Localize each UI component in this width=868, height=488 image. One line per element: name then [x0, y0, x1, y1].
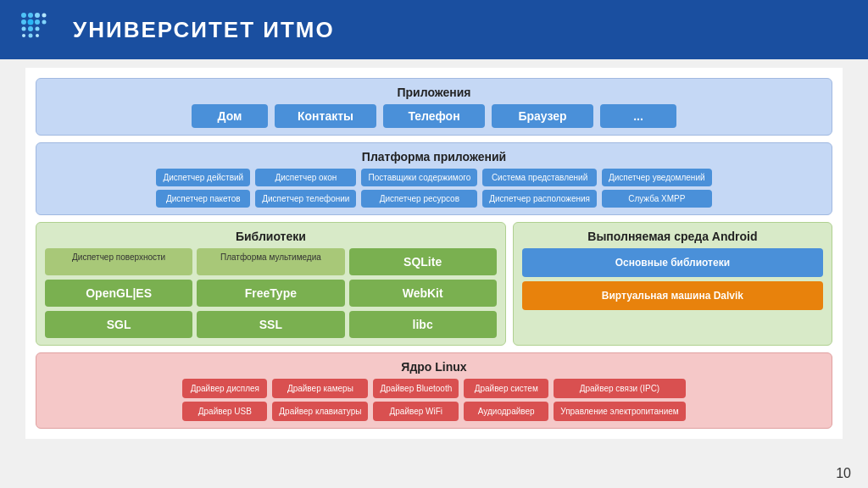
- kernel-system-driver[interactable]: Драйвер систем: [464, 379, 548, 398]
- libraries-grid: Диспетчер поверхности Платформа мультиме…: [45, 248, 497, 338]
- platform-col-2: Поставщики содержимого Диспетчер ресурсо…: [361, 169, 477, 208]
- header-title: УНИВЕРСИТЕТ ИТМО: [73, 17, 335, 43]
- platform-providers[interactable]: Поставщики содержимого: [361, 169, 477, 186]
- platform-resources[interactable]: Диспетчер ресурсов: [361, 190, 477, 208]
- lib-libc[interactable]: libc: [349, 311, 497, 338]
- svg-point-12: [29, 34, 33, 38]
- kernel-usb-driver[interactable]: Драйвер USB: [182, 402, 267, 421]
- kernel-col-1: Драйвер камеры Драйвер клавиатуры: [272, 379, 368, 421]
- android-section-title: Выполняемая среда Android: [522, 230, 823, 243]
- kernel-col-2: Драйвер Bluetooth Драйвер WiFi: [373, 379, 459, 421]
- apps-section-title: Приложения: [45, 86, 823, 99]
- lib-ssl[interactable]: SSL: [197, 311, 344, 338]
- platform-section: Платформа приложений Диспетчер действий …: [36, 142, 832, 215]
- kernel-camera-driver[interactable]: Драйвер камеры: [272, 379, 368, 398]
- app-contacts[interactable]: Контакты: [275, 104, 376, 128]
- page-number: 10: [836, 466, 851, 481]
- itmo-logo-icon: [17, 8, 59, 51]
- svg-point-8: [22, 27, 26, 31]
- kernel-section: Ядро Linux Драйвер дисплея Драйвер USB Д…: [36, 352, 832, 429]
- svg-point-4: [21, 19, 26, 25]
- kernel-keyboard-driver[interactable]: Драйвер клавиатуры: [272, 402, 368, 421]
- svg-point-6: [35, 19, 40, 25]
- platform-grid: Диспетчер действий Диспетчер пакетов Дис…: [45, 169, 823, 208]
- kernel-grid: Драйвер дисплея Драйвер USB Драйвер каме…: [45, 379, 823, 421]
- svg-point-5: [28, 19, 34, 25]
- libraries-title: Библиотеки: [45, 230, 497, 243]
- app-browser[interactable]: Браузер: [492, 104, 593, 128]
- svg-point-11: [22, 34, 25, 37]
- svg-point-3: [42, 14, 47, 18]
- apps-section: Приложения Дом Контакты Телефон Браузер …: [36, 78, 832, 136]
- android-core-libs[interactable]: Основные библиотеки: [522, 248, 823, 277]
- kernel-display-driver[interactable]: Драйвер дисплея: [182, 379, 267, 398]
- lib-webkit[interactable]: WebKit: [349, 280, 497, 307]
- app-more[interactable]: ...: [600, 104, 676, 128]
- lib-opengl[interactable]: OpenGL|ES: [45, 280, 192, 307]
- platform-col-3: Система представлений Диспетчер располож…: [482, 169, 597, 208]
- svg-point-10: [36, 27, 40, 31]
- svg-point-9: [28, 26, 33, 31]
- android-dalvik-vm[interactable]: Виртуальная машина Dalvik: [522, 281, 823, 310]
- kernel-bluetooth-driver[interactable]: Драйвер Bluetooth: [373, 379, 459, 398]
- kernel-col-0: Драйвер дисплея Драйвер USB: [182, 379, 267, 421]
- lib-freetype[interactable]: FreeType: [197, 280, 344, 307]
- platform-col-0: Диспетчер действий Диспетчер пакетов: [156, 169, 250, 208]
- android-section: Выполняемая среда Android Основные библи…: [513, 222, 832, 346]
- lib-sqlite[interactable]: SQLite: [349, 248, 497, 275]
- libraries-section: Библиотеки Диспетчер поверхности Платфор…: [36, 222, 506, 346]
- platform-xmpp[interactable]: Служба XMPP: [602, 190, 712, 208]
- lib-media-framework[interactable]: Платформа мультимедиа: [197, 248, 344, 275]
- main-content: Приложения Дом Контакты Телефон Браузер …: [25, 68, 843, 439]
- platform-telephony[interactable]: Диспетчер телефонии: [255, 190, 356, 208]
- platform-packages[interactable]: Диспетчер пакетов: [156, 190, 250, 208]
- app-phone[interactable]: Телефон: [383, 104, 485, 128]
- bottom-row: Библиотеки Диспетчер поверхности Платфор…: [36, 222, 832, 346]
- svg-point-1: [28, 13, 33, 18]
- app-dom[interactable]: Дом: [192, 104, 268, 128]
- platform-col-1: Диспетчер окон Диспетчер телефонии: [255, 169, 356, 208]
- platform-location[interactable]: Диспетчер расположения: [482, 190, 597, 208]
- kernel-col-4: Драйвер связи (IPC) Управление электропи…: [554, 379, 685, 421]
- kernel-power-management[interactable]: Управление электропитанием: [554, 402, 685, 421]
- apps-row: Дом Контакты Телефон Браузер ...: [45, 104, 823, 128]
- svg-point-0: [21, 13, 26, 18]
- kernel-audio-driver[interactable]: Аудиодрайвер: [464, 402, 548, 421]
- svg-point-2: [35, 13, 40, 18]
- svg-point-13: [36, 34, 39, 37]
- platform-col-4: Диспетчер уведомлений Служба XMPP: [602, 169, 712, 208]
- platform-windows[interactable]: Диспетчер окон: [255, 169, 356, 186]
- kernel-wifi-driver[interactable]: Драйвер WiFi: [373, 402, 459, 421]
- kernel-col-3: Драйвер систем Аудиодрайвер: [464, 379, 548, 421]
- lib-surface-manager[interactable]: Диспетчер поверхности: [45, 248, 192, 275]
- lib-sgl[interactable]: SGL: [45, 311, 192, 338]
- svg-point-7: [42, 20, 47, 25]
- kernel-ipc-driver[interactable]: Драйвер связи (IPC): [554, 379, 685, 398]
- platform-section-title: Платформа приложений: [45, 150, 823, 164]
- platform-views[interactable]: Система представлений: [482, 169, 597, 186]
- kernel-section-title: Ядро Linux: [45, 360, 823, 374]
- platform-notifications[interactable]: Диспетчер уведомлений: [602, 169, 712, 186]
- platform-actions[interactable]: Диспетчер действий: [156, 169, 250, 186]
- header: УНИВЕРСИТЕТ ИТМО: [0, 0, 868, 59]
